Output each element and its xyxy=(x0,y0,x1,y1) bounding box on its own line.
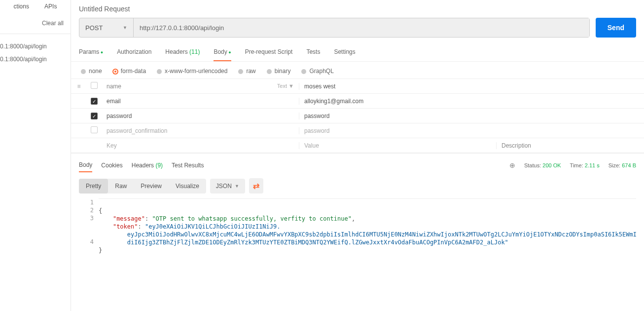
line-gutter: 123 4 xyxy=(79,198,99,262)
kv-row: ✓ password password xyxy=(71,109,644,123)
method-select[interactable]: POST ▼ xyxy=(79,18,134,37)
size-block: Size: 674 B xyxy=(608,162,636,168)
sidebar-tab-apis[interactable]: APIs xyxy=(44,0,57,13)
view-preview[interactable]: Preview xyxy=(134,179,169,194)
resp-tab-tests[interactable]: Test Results xyxy=(172,159,204,172)
time-block: Time: 2.11 s xyxy=(570,162,600,168)
row-checkbox[interactable] xyxy=(91,126,98,133)
tab-tests[interactable]: Tests xyxy=(306,44,320,61)
kv-row: password_confirmation password xyxy=(71,123,644,138)
resp-tab-body[interactable]: Body xyxy=(79,158,92,172)
kv-value[interactable]: password xyxy=(299,127,496,134)
tab-body[interactable]: Body xyxy=(214,44,231,61)
method-label: POST xyxy=(85,24,103,32)
status-block: Status: 200 OK xyxy=(524,162,561,168)
kv-value[interactable]: alloyking1@gmail.com xyxy=(299,98,496,105)
header-key: name xyxy=(107,83,121,90)
sidebar-tab-collections[interactable]: ctions xyxy=(14,0,29,13)
kv-row-new[interactable]: Key Value Description xyxy=(71,138,644,153)
chevron-down-icon: ▼ xyxy=(123,25,127,30)
kv-key-placeholder[interactable]: Key xyxy=(102,142,299,149)
header-value: moses west xyxy=(299,83,496,90)
history-item[interactable]: 0.1:8000/api/login xyxy=(0,40,71,53)
body-type-binary[interactable]: binary xyxy=(267,68,291,75)
kv-value-placeholder[interactable]: Value xyxy=(299,142,496,149)
request-title: Untitled Request xyxy=(79,5,636,13)
clear-all[interactable]: Clear all xyxy=(0,17,71,29)
chevron-down-icon: ▼ xyxy=(235,184,239,189)
sidebar: ctions APIs Clear all 0.1:8000/api/login… xyxy=(0,0,71,311)
tab-headers[interactable]: Headers (11) xyxy=(165,44,200,61)
view-visualize[interactable]: Visualize xyxy=(169,179,206,194)
code-content: { "message": "OTP sent to whatsapp succe… xyxy=(99,198,636,262)
view-raw[interactable]: Raw xyxy=(108,179,134,194)
row-checkbox[interactable]: ✓ xyxy=(91,98,98,105)
body-type-none[interactable]: none xyxy=(81,68,102,75)
body-type-urlencoded[interactable]: x-www-form-urlencoded xyxy=(157,68,227,75)
view-pretty[interactable]: Pretty xyxy=(79,179,108,194)
resp-tab-cookies[interactable]: Cookies xyxy=(101,159,122,172)
tab-authorization[interactable]: Authorization xyxy=(117,44,151,61)
drag-icon: ≡ xyxy=(71,83,87,90)
kv-key[interactable]: password_confirmation xyxy=(102,127,299,134)
kv-value[interactable]: password xyxy=(299,113,496,119)
response-body[interactable]: 123 4 { "message": "OTP sent to whatsapp… xyxy=(71,196,644,262)
key-type-select[interactable]: Text ▼ xyxy=(277,83,294,90)
send-button[interactable]: Send xyxy=(596,18,636,38)
url-input[interactable] xyxy=(134,18,589,37)
tab-prerequest[interactable]: Pre-request Script xyxy=(245,44,293,61)
globe-icon[interactable]: ⊕ xyxy=(509,161,515,169)
kv-desc-placeholder[interactable]: Description xyxy=(496,142,644,149)
select-all-checkbox[interactable] xyxy=(91,82,98,89)
resp-tab-headers[interactable]: Headers (9) xyxy=(132,159,163,172)
tab-params[interactable]: Params xyxy=(79,44,103,61)
wrap-lines-icon[interactable]: ⇄ xyxy=(249,178,263,194)
kv-key[interactable]: email xyxy=(102,98,299,105)
language-select[interactable]: JSON ▼ xyxy=(210,179,245,194)
history-item[interactable]: 0.1:8000/api/login xyxy=(0,53,71,66)
tab-settings[interactable]: Settings xyxy=(334,44,355,61)
kv-key[interactable]: password xyxy=(102,113,299,119)
body-type-raw[interactable]: raw xyxy=(238,68,255,75)
row-checkbox[interactable]: ✓ xyxy=(91,113,98,119)
body-type-formdata[interactable]: form-data xyxy=(113,68,146,75)
kv-row: ✓ email alloyking1@gmail.com xyxy=(71,94,644,109)
body-type-graphql[interactable]: GraphQL xyxy=(301,68,333,75)
